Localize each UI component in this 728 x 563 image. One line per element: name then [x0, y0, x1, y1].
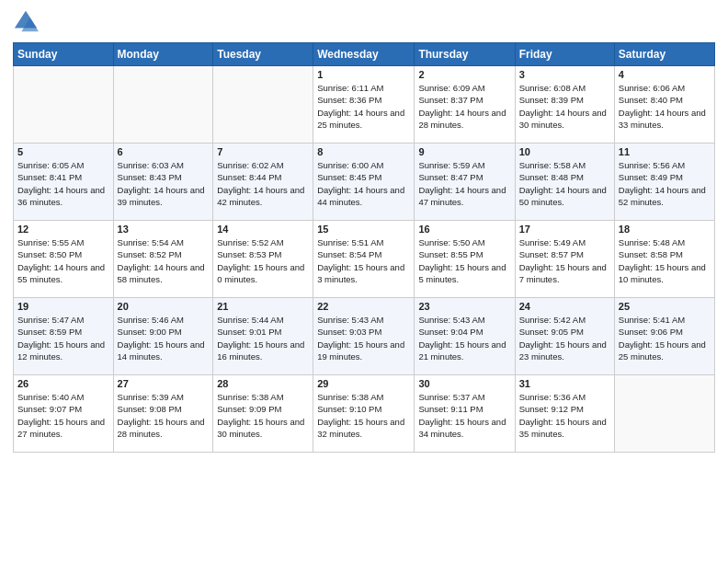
weekday-cell: Monday — [113, 43, 213, 66]
cell-content: Sunrise: 5:49 AMSunset: 8:57 PMDaylight:… — [519, 237, 607, 284]
cell-content: Sunrise: 5:39 AMSunset: 9:08 PMDaylight:… — [118, 392, 205, 439]
day-number: 24 — [519, 301, 610, 312]
calendar-cell: 31Sunrise: 5:36 AMSunset: 9:12 PMDayligh… — [515, 375, 614, 453]
cell-content: Sunrise: 5:51 AMSunset: 8:54 PMDaylight:… — [317, 237, 404, 284]
day-number: 17 — [519, 224, 610, 235]
day-number: 23 — [418, 301, 510, 312]
day-number: 19 — [17, 301, 109, 312]
cell-content: Sunrise: 5:43 AMSunset: 9:04 PMDaylight:… — [418, 315, 506, 362]
weekday-cell: Thursday — [415, 43, 515, 66]
day-number: 20 — [118, 301, 210, 312]
calendar-cell: 2Sunrise: 6:09 AMSunset: 8:37 PMDaylight… — [415, 66, 515, 144]
day-number: 9 — [418, 146, 510, 157]
day-number: 16 — [418, 224, 510, 235]
calendar-cell: 10Sunrise: 5:58 AMSunset: 8:48 PMDayligh… — [515, 144, 614, 221]
calendar-cell: 8Sunrise: 6:00 AMSunset: 8:45 PMDaylight… — [313, 144, 415, 221]
cell-content: Sunrise: 6:09 AMSunset: 8:37 PMDaylight:… — [418, 83, 506, 130]
calendar-cell — [614, 375, 714, 453]
cell-content: Sunrise: 6:03 AMSunset: 8:43 PMDaylight:… — [118, 160, 205, 207]
cell-content: Sunrise: 5:46 AMSunset: 9:00 PMDaylight:… — [118, 315, 205, 362]
day-number: 7 — [217, 146, 309, 157]
cell-content: Sunrise: 5:55 AMSunset: 8:50 PMDaylight:… — [17, 237, 105, 284]
cell-content: Sunrise: 5:37 AMSunset: 9:11 PMDaylight:… — [418, 392, 506, 439]
calendar-cell: 11Sunrise: 5:56 AMSunset: 8:49 PMDayligh… — [614, 144, 714, 221]
calendar-cell: 21Sunrise: 5:44 AMSunset: 9:01 PMDayligh… — [213, 298, 313, 375]
logo — [13, 9, 40, 35]
cell-content: Sunrise: 5:59 AMSunset: 8:47 PMDaylight:… — [418, 160, 506, 207]
header — [13, 9, 715, 35]
cell-content: Sunrise: 5:58 AMSunset: 8:48 PMDaylight:… — [519, 160, 607, 207]
cell-content: Sunrise: 5:54 AMSunset: 8:52 PMDaylight:… — [118, 237, 205, 284]
calendar-week-row: 5Sunrise: 6:05 AMSunset: 8:41 PMDaylight… — [14, 144, 715, 221]
weekday-cell: Friday — [515, 43, 614, 66]
day-number: 15 — [317, 224, 410, 235]
cell-content: Sunrise: 6:11 AMSunset: 8:36 PMDaylight:… — [317, 83, 404, 130]
cell-content: Sunrise: 5:43 AMSunset: 9:03 PMDaylight:… — [317, 315, 404, 362]
calendar-cell: 14Sunrise: 5:52 AMSunset: 8:53 PMDayligh… — [213, 221, 313, 298]
day-number: 10 — [519, 146, 610, 157]
calendar-cell: 4Sunrise: 6:06 AMSunset: 8:40 PMDaylight… — [614, 66, 714, 144]
calendar-cell — [14, 66, 114, 144]
calendar-cell: 12Sunrise: 5:55 AMSunset: 8:50 PMDayligh… — [14, 221, 114, 298]
calendar-body: 1Sunrise: 6:11 AMSunset: 8:36 PMDaylight… — [14, 66, 715, 453]
calendar-table: SundayMondayTuesdayWednesdayThursdayFrid… — [13, 42, 715, 453]
day-number: 26 — [17, 378, 109, 389]
calendar-cell: 22Sunrise: 5:43 AMSunset: 9:03 PMDayligh… — [313, 298, 415, 375]
page: SundayMondayTuesdayWednesdayThursdayFrid… — [0, 0, 728, 563]
calendar-cell: 30Sunrise: 5:37 AMSunset: 9:11 PMDayligh… — [415, 375, 515, 453]
calendar-week-row: 12Sunrise: 5:55 AMSunset: 8:50 PMDayligh… — [14, 221, 715, 298]
day-number: 5 — [17, 146, 109, 157]
calendar-cell: 25Sunrise: 5:41 AMSunset: 9:06 PMDayligh… — [614, 298, 714, 375]
calendar-week-row: 26Sunrise: 5:40 AMSunset: 9:07 PMDayligh… — [14, 375, 715, 453]
weekday-header-row: SundayMondayTuesdayWednesdayThursdayFrid… — [14, 43, 715, 66]
calendar-cell: 28Sunrise: 5:38 AMSunset: 9:09 PMDayligh… — [213, 375, 313, 453]
calendar-cell: 26Sunrise: 5:40 AMSunset: 9:07 PMDayligh… — [14, 375, 114, 453]
cell-content: Sunrise: 5:42 AMSunset: 9:05 PMDaylight:… — [519, 315, 607, 362]
day-number: 8 — [317, 146, 410, 157]
cell-content: Sunrise: 5:52 AMSunset: 8:53 PMDaylight:… — [217, 237, 304, 284]
calendar-cell: 15Sunrise: 5:51 AMSunset: 8:54 PMDayligh… — [313, 221, 415, 298]
weekday-cell: Tuesday — [213, 43, 313, 66]
day-number: 11 — [619, 146, 711, 157]
weekday-cell: Wednesday — [313, 43, 415, 66]
calendar-cell: 24Sunrise: 5:42 AMSunset: 9:05 PMDayligh… — [515, 298, 614, 375]
day-number: 28 — [217, 378, 309, 389]
calendar-cell: 7Sunrise: 6:02 AMSunset: 8:44 PMDaylight… — [213, 144, 313, 221]
cell-content: Sunrise: 5:50 AMSunset: 8:55 PMDaylight:… — [418, 237, 506, 284]
cell-content: Sunrise: 5:38 AMSunset: 9:10 PMDaylight:… — [317, 392, 404, 439]
day-number: 13 — [118, 224, 210, 235]
cell-content: Sunrise: 6:02 AMSunset: 8:44 PMDaylight:… — [217, 160, 304, 207]
cell-content: Sunrise: 6:00 AMSunset: 8:45 PMDaylight:… — [317, 160, 404, 207]
calendar-cell: 23Sunrise: 5:43 AMSunset: 9:04 PMDayligh… — [415, 298, 515, 375]
calendar-week-row: 19Sunrise: 5:47 AMSunset: 8:59 PMDayligh… — [14, 298, 715, 375]
calendar-cell — [113, 66, 213, 144]
calendar-cell: 5Sunrise: 6:05 AMSunset: 8:41 PMDaylight… — [14, 144, 114, 221]
day-number: 21 — [217, 301, 309, 312]
day-number: 3 — [519, 69, 610, 80]
day-number: 4 — [619, 69, 711, 80]
day-number: 14 — [217, 224, 309, 235]
cell-content: Sunrise: 5:44 AMSunset: 9:01 PMDaylight:… — [217, 315, 304, 362]
day-number: 31 — [519, 378, 610, 389]
day-number: 2 — [418, 69, 510, 80]
weekday-cell: Saturday — [614, 43, 714, 66]
day-number: 18 — [619, 224, 711, 235]
day-number: 1 — [317, 69, 410, 80]
cell-content: Sunrise: 5:41 AMSunset: 9:06 PMDaylight:… — [619, 315, 706, 362]
calendar-cell: 27Sunrise: 5:39 AMSunset: 9:08 PMDayligh… — [113, 375, 213, 453]
weekday-cell: Sunday — [14, 43, 114, 66]
day-number: 30 — [418, 378, 510, 389]
cell-content: Sunrise: 5:48 AMSunset: 8:58 PMDaylight:… — [619, 237, 706, 284]
logo-icon — [13, 9, 39, 35]
cell-content: Sunrise: 6:08 AMSunset: 8:39 PMDaylight:… — [519, 83, 607, 130]
calendar-week-row: 1Sunrise: 6:11 AMSunset: 8:36 PMDaylight… — [14, 66, 715, 144]
day-number: 29 — [317, 378, 410, 389]
day-number: 27 — [118, 378, 210, 389]
cell-content: Sunrise: 5:38 AMSunset: 9:09 PMDaylight:… — [217, 392, 304, 439]
calendar-cell: 29Sunrise: 5:38 AMSunset: 9:10 PMDayligh… — [313, 375, 415, 453]
cell-content: Sunrise: 5:36 AMSunset: 9:12 PMDaylight:… — [519, 392, 607, 439]
day-number: 12 — [17, 224, 109, 235]
cell-content: Sunrise: 5:47 AMSunset: 8:59 PMDaylight:… — [17, 315, 105, 362]
calendar-cell — [213, 66, 313, 144]
calendar-cell: 17Sunrise: 5:49 AMSunset: 8:57 PMDayligh… — [515, 221, 614, 298]
